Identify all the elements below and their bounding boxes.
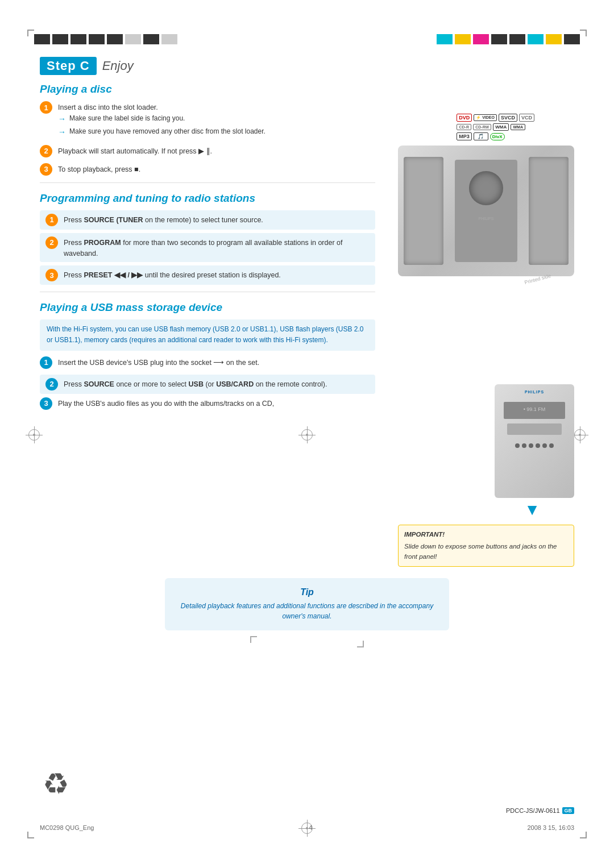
radio-product-image: PHILIPS • 99.1 FM — [495, 384, 574, 498]
step1-content: Insert a disc into the slot loader. → Ma… — [58, 101, 375, 139]
format-row-1: DVD ⚡ VIDEO SVCD VCD — [457, 114, 534, 122]
radio-dot-4 — [536, 443, 540, 448]
recycle-symbol: ♻ — [43, 766, 77, 800]
bar-seg-3 — [70, 34, 86, 44]
radio-dots — [515, 443, 554, 448]
radio-step2: 2 Press PROGRAM for more than two second… — [40, 233, 375, 263]
mp3-badge: MP3 — [457, 132, 472, 140]
corner-mark-bl — [27, 832, 34, 838]
corner-mark-tl — [27, 30, 34, 36]
bracket-br — [357, 641, 364, 647]
step1-bullet-2: → Make sure you have removed any other d… — [58, 126, 375, 138]
radio-bar — [507, 423, 562, 435]
arrow-icon-2: → — [58, 126, 66, 138]
usb-intro: With the Hi-Fi system, you can use USB f… — [40, 319, 375, 350]
bar-seg-5 — [107, 34, 123, 44]
important-text: Slide down to expose some buttons and ja… — [404, 542, 568, 562]
corner-mark-br — [580, 832, 587, 838]
cdr-badge: CD-R — [457, 124, 471, 130]
recycle-svg: ♻ — [43, 766, 77, 800]
usb-step2: 2 Press SOURCE once or more to select US… — [40, 375, 375, 394]
bar-seg-7 — [143, 34, 159, 44]
svg-text:♻: ♻ — [43, 767, 69, 800]
important-title: IMPORTANT! — [404, 530, 568, 539]
step1-bullet-2-text: Make sure you have removed any other dis… — [69, 126, 265, 136]
radio-image-container: PHILIPS • 99.1 FM — [398, 379, 574, 498]
usb-step-circle-2: 2 — [45, 378, 58, 391]
radio-dot-1 — [515, 443, 520, 448]
doc-code: MC0298 QUG_Eng — [40, 824, 94, 831]
philips-image-label: PHILIPS — [455, 217, 517, 221]
playing-disc-step3: 3 To stop playback, press ■. — [40, 163, 375, 176]
wma-badge: WMA — [493, 123, 509, 131]
radio-step1: 1 Press SOURCE (TUNER on the remote) to … — [40, 210, 375, 230]
divider-1 — [40, 182, 375, 183]
program-bold: PROGRAM — [84, 239, 121, 247]
usb-step-circle-3: 3 — [40, 397, 52, 410]
bar-dark-r2 — [509, 34, 525, 44]
right-column: PHILIPS ▼ Printed side PHILIPS • 99.1 FM — [387, 83, 574, 567]
step-circle-3: 3 — [40, 163, 52, 176]
hifi-product-image: PHILIPS ▼ — [398, 146, 574, 276]
radio-freq-display: • 99.1 FM — [504, 402, 565, 412]
playing-disc-step2: 2 Playback will start automatically. If … — [40, 145, 375, 157]
bar-dark-r1 — [491, 34, 507, 44]
step2-text: Playback will start automatically. If no… — [58, 147, 212, 155]
radio-dot-2 — [522, 443, 526, 448]
tip-title: Tip — [179, 587, 435, 597]
source-usb-bold: SOURCE — [84, 380, 114, 388]
product-code-text: PDCC-JS/JW-0611 — [506, 807, 560, 814]
top-bar-right — [437, 34, 580, 44]
radio-step-circle-2: 2 — [45, 236, 58, 249]
step3-content: To stop playback, press ■. — [58, 163, 375, 175]
enjoy-label: Enjoy — [102, 59, 134, 73]
radio-step2-content: Press PROGRAM for more than two seconds … — [64, 236, 370, 259]
divx-badge: DivX — [490, 133, 505, 140]
usb-step3-content: Play the USB's audio files as you do wit… — [58, 397, 375, 409]
step1-bullet-1-text: Make sure the label side is facing you. — [69, 113, 185, 123]
radio-screen: • 99.1 FM — [504, 402, 565, 419]
arrow-icon-1: → — [58, 113, 66, 125]
format-row-2: CD-R CD-RW WMA WMA — [457, 123, 534, 131]
gb-badge: GB — [562, 807, 575, 814]
usb-step1: 1 Insert the USB device's USB plug into … — [40, 356, 375, 369]
tip-box: Tip Detailed playback features and addit… — [165, 578, 449, 630]
usbcard-bold: USB/CARD — [216, 380, 254, 388]
source-bold: SOURCE (TUNER — [84, 216, 143, 224]
bracket-tl — [250, 636, 257, 643]
cdrw-badge: CD-RW — [473, 124, 491, 130]
disc-image — [469, 171, 503, 205]
printed-label-area: Printed side — [398, 276, 574, 293]
usb-step3: 3 Play the USB's audio files as you do w… — [40, 397, 375, 410]
playing-usb-title: Playing a USB mass storage device — [40, 301, 375, 314]
radio-step3: 3 Press PRESET ◀◀ / ▶▶ until the desired… — [40, 265, 375, 285]
bar-seg-6 — [125, 34, 141, 44]
radio-step-circle-3: 3 — [45, 269, 58, 281]
bar-yellow-2 — [546, 34, 562, 44]
usb-step-circle-1: 1 — [40, 356, 52, 369]
divider-2 — [40, 292, 375, 292]
bar-cyan-2 — [528, 34, 544, 44]
down-arrow-icon: ▼ — [478, 272, 494, 276]
footer: MC0298 QUG_Eng 4 2008 3 15, 16:03 — [40, 824, 574, 831]
programming-title: Programming and tuning to radio stations — [40, 192, 375, 205]
left-column: Playing a disc 1 Insert a disc into the … — [40, 83, 375, 416]
center-unit-image: PHILIPS — [455, 160, 517, 262]
format-row-3: MP3 🎵 DivX — [457, 132, 534, 140]
step2-content: Playback will start automatically. If no… — [58, 145, 375, 157]
bar-magenta-1 — [473, 34, 489, 44]
playing-disc-title: Playing a disc — [40, 83, 375, 95]
corner-mark-tr — [580, 30, 587, 36]
bar-cyan-1 — [437, 34, 453, 44]
step-c-label: Step C — [40, 57, 97, 75]
bar-yellow-1 — [455, 34, 471, 44]
page-number: 4 — [309, 824, 312, 831]
bar-seg-8 — [161, 34, 177, 44]
radio-dot-5 — [542, 443, 547, 448]
radio-step3-content: Press PRESET ◀◀ / ▶▶ until the desired p… — [64, 269, 370, 281]
preset-bold: PRESET ◀◀ / ▶▶ — [84, 271, 143, 279]
step1-bullet-1: → Make sure the label side is facing you… — [58, 113, 375, 125]
radio-step-circle-1: 1 — [45, 214, 58, 226]
philips-radio-label: PHILIPS — [525, 390, 544, 394]
step-header: Step C Enjoy — [40, 57, 574, 75]
